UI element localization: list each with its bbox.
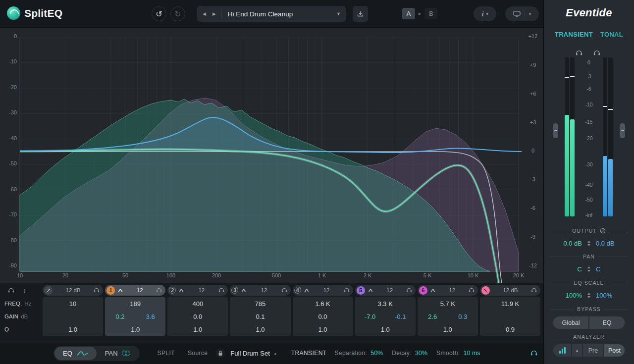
source-select[interactable]: Full Drum Set <box>230 350 269 357</box>
output-bypass-icon[interactable] <box>600 228 606 234</box>
tab-tonal[interactable]: TONAL <box>600 31 623 38</box>
redo-button[interactable]: ↻ <box>170 6 185 21</box>
band-column-2: 2 ∧ 12 400 0.0 1.0 <box>167 283 228 342</box>
info-menu-button[interactable]: i ▾ <box>474 6 496 21</box>
ab-b-button[interactable]: B <box>424 8 437 19</box>
headphone-icon[interactable] <box>469 288 475 293</box>
band-6-header[interactable]: 6 ∧ 12 <box>418 285 478 296</box>
band-6-slope[interactable]: 12 <box>438 287 466 293</box>
highcut-filter-icon <box>481 286 490 295</box>
headphone-icon[interactable] <box>94 288 100 293</box>
headphone-icon[interactable] <box>281 288 287 293</box>
eq-scale-tonal-value[interactable]: 100% <box>596 292 627 299</box>
band-2-q[interactable]: 1.0 <box>167 323 228 336</box>
band-6-gain-tonal[interactable]: 0.3 <box>448 313 478 320</box>
preset-prev-icon[interactable]: ◀ <box>203 11 206 16</box>
analyzer-display-button[interactable] <box>553 344 571 357</box>
lowcut-slope[interactable]: 12 dB <box>55 287 91 293</box>
band-4-slope[interactable]: 12 <box>312 287 341 293</box>
output-tonal-value[interactable]: 0.0 dB <box>596 240 627 247</box>
pan-stepper-icon[interactable] <box>587 266 590 272</box>
band-3-freq[interactable]: 785 <box>230 297 290 310</box>
band-6-freq[interactable]: 5.7 K <box>418 297 478 310</box>
bypass-global-button[interactable]: Global <box>553 316 588 329</box>
lowcut-header[interactable]: 12 dB <box>43 285 103 296</box>
band-1-header[interactable]: 1 ∧ 12 <box>105 285 165 296</box>
solo-headphone-icon[interactable] <box>8 288 14 293</box>
analyzer-post-button[interactable]: Post <box>604 344 625 357</box>
smooth-value[interactable]: 10 ms <box>464 350 480 357</box>
band-1-q[interactable]: 1.0 <box>105 323 165 336</box>
tab-transient[interactable]: TRANSIENT <box>555 31 593 38</box>
transient-meter-right <box>570 57 575 216</box>
collapse-bands-icon[interactable]: ↓ <box>23 287 26 294</box>
band-6-q[interactable]: 1.0 <box>418 323 478 336</box>
headphone-icon[interactable] <box>156 288 162 293</box>
band-2-slope[interactable]: 12 <box>187 287 216 293</box>
band-5-freq[interactable]: 3.3 K <box>355 297 416 310</box>
pan-transient-value[interactable]: C <box>551 265 582 273</box>
band-2-header[interactable]: 2 ∧ 12 <box>167 285 228 296</box>
analyzer-pre-button[interactable]: Pre <box>583 344 603 357</box>
eq-scale-transient-value[interactable]: 100% <box>551 292 582 299</box>
transient-level-fader[interactable] <box>553 123 558 138</box>
lowcut-q[interactable]: 1.0 <box>43 323 103 336</box>
highcut-header[interactable]: 12 dB <box>480 285 540 296</box>
headphone-icon[interactable] <box>218 288 224 293</box>
headphone-icon[interactable] <box>406 288 412 293</box>
decay-value[interactable]: 30% <box>415 350 427 357</box>
eq-graph-canvas[interactable] <box>0 28 543 283</box>
eq-scale-stepper-icon[interactable] <box>587 293 590 298</box>
band-1-slope[interactable]: 12 <box>126 287 154 293</box>
analyzer-expand-button[interactable]: ▴ <box>572 344 582 357</box>
transient-solo-headphone-icon[interactable] <box>530 350 537 356</box>
tonal-meter-headphone-icon[interactable] <box>593 49 600 58</box>
transient-meter-headphone-icon[interactable] <box>576 49 582 58</box>
source-lock-button[interactable] <box>215 348 225 358</box>
band-2-gain[interactable]: 0.0 <box>167 310 228 323</box>
band-5-gain-transient[interactable]: -7.0 <box>355 313 385 320</box>
band-4-header[interactable]: 4 ∧ 12 <box>293 285 353 296</box>
undo-button[interactable]: ↺ <box>152 6 166 21</box>
ab-a-button[interactable]: A <box>402 8 415 19</box>
band-4-freq[interactable]: 1.6 K <box>293 297 353 310</box>
band-1-gain-tonal[interactable]: 3.6 <box>135 313 165 320</box>
band-3-slope[interactable]: 12 <box>249 287 278 293</box>
lowcut-freq[interactable]: 10 <box>43 297 103 310</box>
pan-tonal-value[interactable]: C <box>596 265 627 273</box>
save-preset-button[interactable] <box>353 6 368 22</box>
band-5-gain-tonal[interactable]: -0.1 <box>385 313 416 320</box>
pan-view-button[interactable]: PAN <box>97 347 139 360</box>
eq-view-button[interactable]: EQ <box>54 347 97 360</box>
band-4-q[interactable]: 1.0 <box>293 323 353 336</box>
bypass-eq-button[interactable]: EQ <box>589 316 625 329</box>
chevron-up-icon[interactable]: ▴ <box>274 351 276 356</box>
band-3-gain[interactable]: 0.1 <box>230 310 290 323</box>
band-6-gain-transient[interactable]: 2.6 <box>418 313 448 320</box>
band-5-slope[interactable]: 12 <box>376 287 404 293</box>
eq-graph[interactable]: 0 -10 -20 -30 -40 -50 -60 -70 -80 -90 +1… <box>0 28 543 283</box>
band-5-q[interactable]: 1.0 <box>355 323 416 336</box>
preset-selector[interactable]: ◀ ▶ Hi End Drum Cleanup ▼ <box>197 6 346 22</box>
bell-shape-icon: ∧ <box>301 288 312 293</box>
output-stepper-icon[interactable] <box>587 241 590 246</box>
band-1-gain-transient[interactable]: 0.2 <box>105 313 135 320</box>
band-4-gain[interactable]: 0.0 <box>293 310 353 323</box>
output-transient-value[interactable]: 0.0 dB <box>551 240 582 247</box>
separation-value[interactable]: 50% <box>370 350 383 357</box>
window-size-menu[interactable]: ▾ <box>505 6 539 21</box>
preset-name[interactable]: Hi End Drum Cleanup <box>222 10 336 18</box>
highcut-slope[interactable]: 12 dB <box>492 287 528 293</box>
preset-next-icon[interactable]: ▶ <box>212 11 216 16</box>
band-1-freq[interactable]: 189 <box>105 297 165 310</box>
band-3-header[interactable]: 3 ∧ 12 <box>230 285 290 296</box>
highcut-q[interactable]: 0.9 <box>480 323 540 336</box>
ab-arrow-icon[interactable]: ▶ <box>419 12 421 16</box>
tonal-level-fader[interactable] <box>620 123 625 138</box>
headphone-icon[interactable] <box>344 288 350 293</box>
highcut-freq[interactable]: 11.9 K <box>480 297 540 310</box>
band-5-header[interactable]: 5 ∧ 12 <box>355 285 416 296</box>
headphone-icon[interactable] <box>531 288 537 293</box>
band-2-freq[interactable]: 400 <box>167 297 228 310</box>
band-3-q[interactable]: 1.0 <box>230 323 290 336</box>
